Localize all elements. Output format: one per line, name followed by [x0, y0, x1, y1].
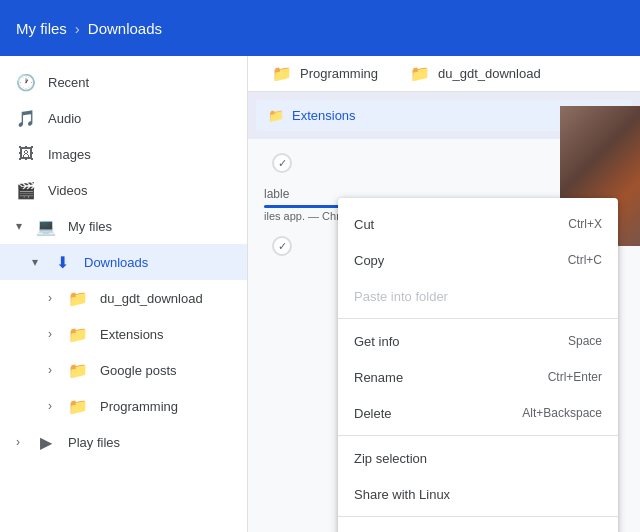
share-linux-label: Share with Linux — [354, 487, 450, 502]
context-menu-get-info[interactable]: Get info Space — [338, 323, 618, 359]
sidebar: 🕐 Recent 🎵 Audio 🖼 Images 🎬 Videos ▾ 💻 M… — [0, 56, 248, 532]
sidebar-label-extensions: Extensions — [100, 327, 164, 342]
gp-folder-icon: 📁 — [68, 361, 88, 380]
context-menu-new-folder[interactable]: New folder Ctrl+E — [338, 521, 618, 532]
expand-play-icon[interactable]: › — [16, 435, 32, 449]
sidebar-label-images: Images — [48, 147, 91, 162]
cut-shortcut: Ctrl+X — [568, 217, 602, 231]
sidebar-label-downloads: Downloads — [84, 255, 148, 270]
sidebar-item-audio[interactable]: 🎵 Audio — [0, 100, 247, 136]
breadcrumb-root[interactable]: My files — [16, 20, 67, 37]
myfiles-icon: 💻 — [36, 217, 56, 236]
copy-shortcut: Ctrl+C — [568, 253, 602, 267]
videos-icon: 🎬 — [16, 181, 36, 200]
content-area: 📁 Programming 📁 du_gdt_download 📁 Extens… — [248, 56, 640, 532]
sidebar-item-play-files[interactable]: › ▶ Play files — [0, 424, 247, 460]
delete-shortcut: Alt+Backspace — [522, 406, 602, 420]
expand-du-icon[interactable]: › — [48, 291, 64, 305]
ext-folder-icon: 📁 — [68, 325, 88, 344]
context-menu-paste: Paste into folder — [338, 278, 618, 314]
cut-label: Cut — [354, 217, 374, 232]
context-menu-rename[interactable]: Rename Ctrl+Enter — [338, 359, 618, 395]
sidebar-label-programming: Programming — [100, 399, 178, 414]
delete-label: Delete — [354, 406, 392, 421]
tab-programming-folder-icon: 📁 — [272, 64, 292, 83]
header: My files › Downloads — [0, 0, 640, 56]
get-info-shortcut: Space — [568, 334, 602, 348]
expand-gp-icon[interactable]: › — [48, 363, 64, 377]
sidebar-label-recent: Recent — [48, 75, 89, 90]
expand-myfiles-icon[interactable]: ▾ — [16, 219, 32, 233]
context-menu-cut[interactable]: Cut Ctrl+X — [338, 206, 618, 242]
prog-folder-icon: 📁 — [68, 397, 88, 416]
sidebar-item-downloads[interactable]: ▾ ⬇ Downloads — [0, 244, 247, 280]
sidebar-label-videos: Videos — [48, 183, 88, 198]
tab-du-label: du_gdt_download — [438, 66, 541, 81]
rename-shortcut: Ctrl+Enter — [548, 370, 602, 384]
audio-icon: 🎵 — [16, 109, 36, 128]
breadcrumb-separator: › — [75, 20, 80, 37]
breadcrumb: My files › Downloads — [16, 20, 162, 37]
checkbox-1[interactable] — [272, 153, 292, 173]
sidebar-item-google-posts[interactable]: › 📁 Google posts — [0, 352, 247, 388]
expand-ext-icon[interactable]: › — [48, 327, 64, 341]
context-menu-delete[interactable]: Delete Alt+Backspace — [338, 395, 618, 431]
context-menu-share-linux[interactable]: Share with Linux — [338, 476, 618, 512]
context-menu: Cut Ctrl+X Copy Ctrl+C Paste into folder… — [338, 198, 618, 532]
downloads-icon: ⬇ — [52, 253, 72, 272]
tab-programming[interactable]: 📁 Programming — [256, 56, 394, 91]
selected-folder-label: Extensions — [292, 108, 356, 123]
context-menu-copy[interactable]: Copy Ctrl+C — [338, 242, 618, 278]
sidebar-item-myfiles[interactable]: ▾ 💻 My files — [0, 208, 247, 244]
du-folder-icon: 📁 — [68, 289, 88, 308]
sidebar-label-audio: Audio — [48, 111, 81, 126]
main-layout: 🕐 Recent 🎵 Audio 🖼 Images 🎬 Videos ▾ 💻 M… — [0, 56, 640, 532]
separator-1 — [338, 318, 618, 319]
copy-label: Copy — [354, 253, 384, 268]
sidebar-label-du: du_gdt_download — [100, 291, 203, 306]
sidebar-item-images[interactable]: 🖼 Images — [0, 136, 247, 172]
sidebar-label-play-files: Play files — [68, 435, 120, 450]
tab-programming-label: Programming — [300, 66, 378, 81]
expand-prog-icon[interactable]: › — [48, 399, 64, 413]
sidebar-item-programming[interactable]: › 📁 Programming — [0, 388, 247, 424]
tab-du-gdt-download[interactable]: 📁 du_gdt_download — [394, 56, 557, 91]
sidebar-label-myfiles: My files — [68, 219, 112, 234]
expand-downloads-icon[interactable]: ▾ — [32, 255, 48, 269]
zip-label: Zip selection — [354, 451, 427, 466]
get-info-label: Get info — [354, 334, 400, 349]
sidebar-label-google-posts: Google posts — [100, 363, 177, 378]
rename-label: Rename — [354, 370, 403, 385]
sidebar-item-recent[interactable]: 🕐 Recent — [0, 64, 247, 100]
recent-icon: 🕐 — [16, 73, 36, 92]
paste-label: Paste into folder — [354, 289, 448, 304]
play-icon: ▶ — [36, 433, 56, 452]
tab-du-folder-icon: 📁 — [410, 64, 430, 83]
sidebar-item-extensions[interactable]: › 📁 Extensions — [0, 316, 247, 352]
separator-2 — [338, 435, 618, 436]
breadcrumb-current: Downloads — [88, 20, 162, 37]
selected-folder-icon: 📁 — [268, 108, 284, 123]
file-tabs: 📁 Programming 📁 du_gdt_download — [248, 56, 640, 92]
sidebar-item-videos[interactable]: 🎬 Videos — [0, 172, 247, 208]
images-icon: 🖼 — [16, 145, 36, 163]
checkbox-2[interactable] — [272, 236, 292, 256]
separator-3 — [338, 516, 618, 517]
context-menu-zip[interactable]: Zip selection — [338, 440, 618, 476]
sidebar-item-du-gdt-download[interactable]: › 📁 du_gdt_download — [0, 280, 247, 316]
